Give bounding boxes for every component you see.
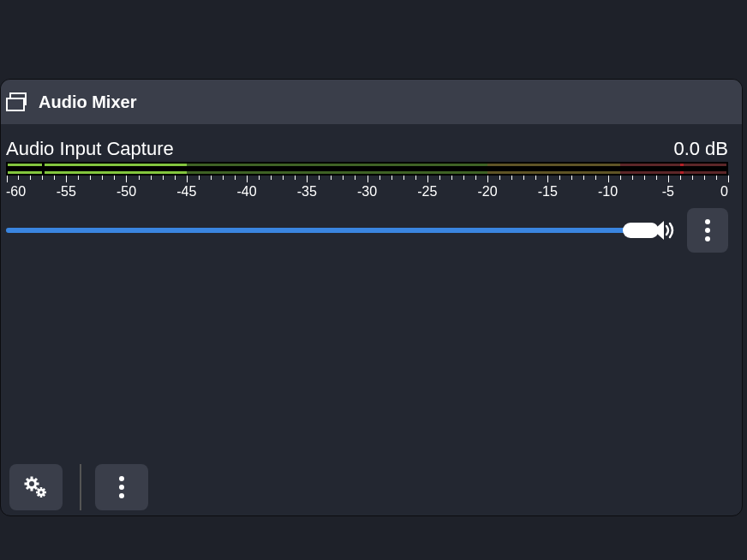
gears-icon [23,475,49,499]
svg-line-7 [35,479,38,481]
kebab-icon [119,476,124,498]
svg-line-17 [38,495,39,497]
svg-line-15 [38,489,39,491]
scale-label: -50 [117,184,136,200]
scale-label: -25 [417,184,437,200]
svg-line-8 [27,487,29,490]
meter-track-right [6,170,728,176]
scale-label: -10 [598,184,618,200]
channel-header: Audio Input Capture 0.0 dB [6,138,728,160]
panel-footer [1,459,742,515]
channel-name: Audio Input Capture [6,138,174,160]
svg-line-6 [27,479,29,481]
svg-line-16 [44,489,45,491]
scale-label: -5 [662,184,674,200]
audio-mixer-panel: Audio Mixer Audio Input Capture 0.0 dB -… [0,79,743,516]
kebab-icon [705,219,710,241]
dock-icon [6,92,27,112]
scale-label: -15 [538,184,558,200]
meter-scale: -60-55-50-45-40-35-30-25-20-15-10-50 [6,176,728,203]
footer-divider [80,464,81,510]
scale-label: 0 [720,184,728,200]
scale-label: -20 [477,184,497,200]
scale-label: -55 [57,184,76,200]
audio-meter [6,162,728,176]
advanced-audio-button[interactable] [9,464,63,510]
scale-label: -40 [236,184,256,200]
volume-row [6,213,728,247]
scale-label: -30 [357,184,377,200]
svg-line-9 [35,487,38,490]
svg-rect-0 [7,98,24,110]
mixer-options-button[interactable] [95,464,148,510]
panel-title: Audio Mixer [39,92,136,112]
svg-point-10 [39,490,44,495]
slider-thumb[interactable] [623,223,659,238]
slider-fill [6,228,641,233]
panel-header: Audio Mixer [1,80,742,124]
scale-label: -45 [176,184,196,200]
scale-label: -35 [297,184,317,200]
scale-label: -60 [6,184,26,200]
channel-db-value: 0.0 dB [673,138,728,160]
meter-track-left [6,162,728,168]
svg-line-18 [44,495,45,497]
volume-slider[interactable] [6,226,641,235]
panel-body: Audio Input Capture 0.0 dB -60-55-50-45-… [1,124,742,459]
channel-options-button[interactable] [687,208,728,253]
svg-point-1 [28,480,36,488]
